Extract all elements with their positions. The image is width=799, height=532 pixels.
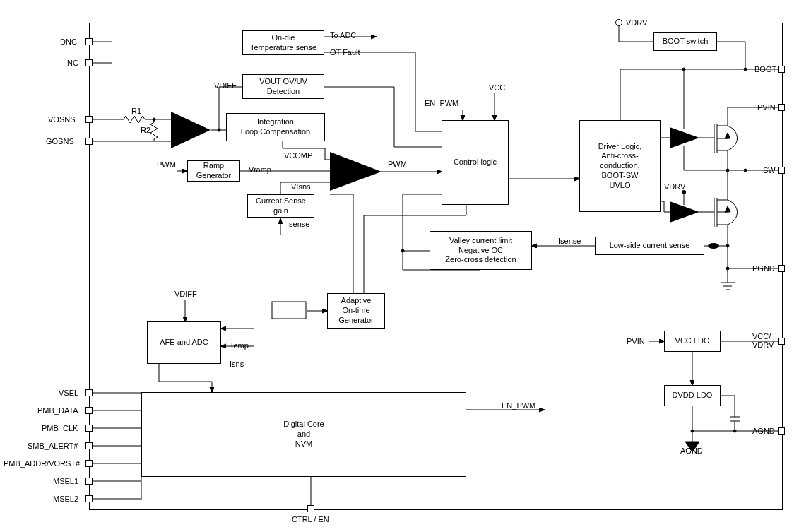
lbl-to-adc: To ADC — [330, 31, 356, 40]
lbl-vdac: VDAC — [280, 307, 302, 315]
pin-boot — [778, 66, 785, 73]
pin-label-vcc-vdrv: VCC/ VDRV — [752, 332, 774, 349]
lbl-vramp: Vramp — [249, 165, 271, 174]
pin-vcc-vdrv — [778, 338, 785, 345]
pin-sw — [778, 167, 785, 174]
block-vcc-ldo: VCC LDO — [664, 331, 721, 352]
pin-smb-alert — [85, 442, 93, 449]
lbl-agnd-sym: AGND — [680, 447, 703, 455]
lbl-vdiff: VDIFF — [214, 81, 237, 90]
pin-label-gosns: GOSNS — [46, 137, 74, 146]
pin-label-msel1: MSEL1 — [53, 477, 78, 485]
pin-vsel — [85, 389, 93, 396]
pin-label-vsel: VSEL — [59, 389, 78, 397]
pin-msel2 — [85, 495, 93, 502]
block-valley: Valley current limit Negative OC Zero-cr… — [430, 231, 532, 270]
pin-label-boot: BOOT — [754, 65, 776, 73]
pin-label-pvin: PVIN — [757, 103, 776, 112]
lbl-vdrv-mid: VDRV — [664, 182, 685, 191]
lbl-temp: Temp — [230, 341, 249, 350]
block-driver-logic: Driver Logic, Anti-cross- conduction, BO… — [579, 120, 661, 212]
block-ctrl-logic: Control logic — [442, 120, 509, 205]
pin-label-nc: NC — [67, 59, 78, 67]
lbl-r1: R1 — [131, 107, 141, 115]
lbl-isense: Isense — [287, 220, 309, 228]
pin-vosns — [85, 116, 93, 123]
pin-label-dnc: DNC — [60, 37, 77, 46]
block-afe-adc: AFE and ADC — [147, 321, 221, 364]
pin-pmb-addr — [85, 460, 93, 467]
pin-label-pgnd: PGND — [752, 264, 775, 273]
block-dvdd-ldo: DVDD LDO — [664, 385, 721, 406]
pin-label-agnd: AGND — [752, 427, 775, 435]
pin-label-msel2: MSEL2 — [53, 495, 78, 503]
block-temp-sense: On-die Temperature sense — [242, 30, 324, 55]
block-vout-ovuv: VOUT OV/UV Detection — [242, 74, 324, 99]
pin-label-vosns: VOSNS — [48, 115, 76, 124]
lbl-isense2: Isense — [558, 237, 581, 245]
lbl-en-pwm-out: EN_PWM — [502, 401, 535, 410]
pin-label-pmb-clk: PMB_CLK — [42, 424, 78, 432]
lbl-pwm-out: PWM — [388, 160, 407, 168]
lbl-vdiff2: VDIFF — [174, 290, 197, 298]
pin-label-pmb-addr: PMB_ADDR/VORST# — [4, 459, 80, 468]
block-int-loop: Integration Loop Compensation — [226, 113, 325, 141]
pin-dnc — [85, 38, 93, 45]
pin-pvin — [778, 104, 785, 111]
block-ls-cs: Low-side current sense — [595, 237, 704, 255]
lbl-ot-fault: OT Fault — [330, 48, 360, 57]
block-cs-gain: Current Sense gain — [247, 194, 314, 218]
pin-label-smb-alert: SMB_ALERT# — [28, 442, 78, 450]
lbl-r2: R2 — [141, 126, 150, 134]
pin-vdrv-top — [615, 19, 622, 26]
pin-pmb-data — [85, 407, 93, 414]
pin-label-sw: SW — [763, 166, 776, 175]
pin-msel1 — [85, 478, 93, 485]
block-boot-switch: BOOT switch — [653, 32, 717, 51]
lbl-en-pwm-top: EN_PWM — [425, 99, 458, 107]
lbl-vcomp: VCOMP — [284, 151, 312, 160]
pin-label-pmb-data: PMB_DATA — [37, 406, 78, 415]
pin-ctrl-en — [307, 505, 314, 512]
pin-pmb-clk — [85, 425, 93, 432]
block-digital-core: Digital Core and NVM — [141, 392, 466, 477]
pin-agnd — [778, 427, 785, 435]
pin-label-ctrl-en: CTRL / EN — [292, 515, 329, 524]
pin-nc — [85, 59, 93, 66]
pin-label-vdrv-top: VDRV — [626, 18, 647, 27]
diagram-canvas: DNC NC VOSNS GOSNS VSEL PMB_DATA PMB_CLK… — [0, 0, 799, 532]
pin-pgnd — [778, 265, 785, 272]
lbl-visns: VIsns — [291, 182, 311, 191]
lbl-vcc: VCC — [489, 83, 505, 92]
lbl-pwm-in: PWM — [157, 160, 176, 169]
block-adapt-on: Adaptive On-time Generator — [327, 293, 385, 329]
lbl-pvin-in: PVIN — [627, 337, 645, 345]
lbl-isns-afe: Isns — [230, 360, 244, 368]
block-ramp-gen: Ramp Generator — [187, 160, 240, 182]
pin-gosns — [85, 138, 93, 145]
